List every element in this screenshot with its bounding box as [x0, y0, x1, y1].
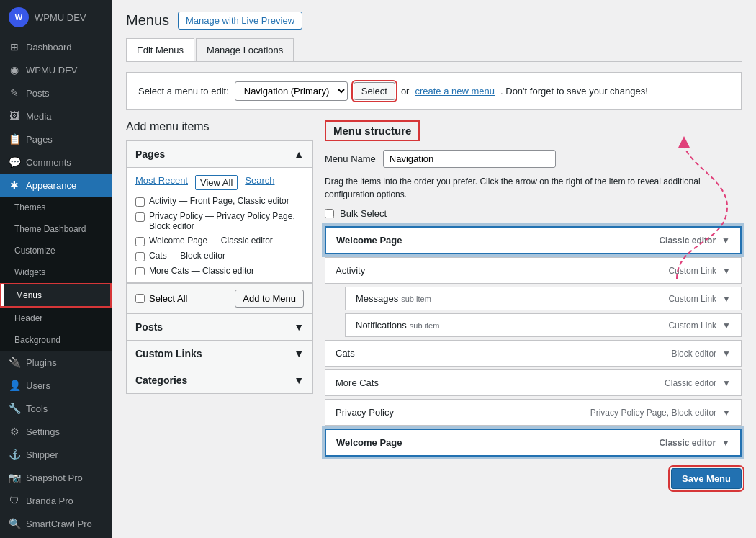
sidebar-item-smartcrawl-pro[interactable]: 🔍 SmartCrawl Pro [0, 512, 112, 535]
messages-type: Custom Link [668, 294, 716, 304]
wpmu-logo-icon: W [9, 7, 29, 27]
welcome-page-bottom-right: Classic editor ▼ [659, 438, 730, 448]
menu-structure-label: Menu structure [325, 120, 420, 141]
select-all-label[interactable]: Select All [135, 293, 187, 304]
menu-item-privacy-policy[interactable]: Privacy Policy Privacy Policy Page, Bloc… [325, 399, 742, 426]
sidebar-item-dashboard[interactable]: ⊞ Dashboard [0, 35, 112, 58]
tab-manage-locations[interactable]: Manage Locations [196, 38, 294, 61]
menu-item-notifications[interactable]: Notifications sub item Custom Link ▼ [345, 313, 742, 337]
right-panel: Menu structure Menu Name Drag the items … [325, 120, 742, 489]
page-checkbox-3[interactable] [135, 237, 145, 246]
pages-accordion-header[interactable]: Pages ▲ [127, 141, 312, 168]
menu-item-messages[interactable]: Messages sub item Custom Link ▼ [345, 287, 742, 310]
add-to-menu-button[interactable]: Add to Menu [235, 290, 304, 308]
notifications-arrow[interactable]: ▼ [722, 320, 731, 331]
activity-arrow[interactable]: ▼ [722, 266, 731, 276]
menu-item-welcome-page-top[interactable]: Welcome Page Classic editor ▼ [325, 226, 742, 254]
menu-item-cats[interactable]: Cats Block editor ▼ [325, 340, 742, 367]
theme-dashboard-label: Theme Dashboard [14, 224, 86, 234]
manage-preview-button[interactable]: Manage with Live Preview [178, 12, 302, 30]
menu-item-more-cats[interactable]: More Cats Classic editor ▼ [325, 369, 742, 396]
menu-name-row: Menu Name [325, 150, 742, 168]
sidebar-item-themes[interactable]: Themes [0, 197, 112, 218]
menu-dropdown[interactable]: Navigation (Primary) [235, 81, 348, 101]
sidebar-item-shipper[interactable]: ⚓ Shipper [0, 443, 112, 466]
sidebar-item-appearance[interactable]: ✱ Appearance [0, 174, 112, 197]
messages-arrow[interactable]: ▼ [722, 294, 731, 304]
sidebar-item-forminator-pro[interactable]: 📝 Forminator Pro [0, 535, 112, 538]
welcome-page-top-label: Welcome Page [336, 235, 402, 246]
page-checkbox-1[interactable] [135, 197, 145, 207]
welcome-page-bottom-arrow[interactable]: ▼ [721, 438, 730, 448]
categories-label: Categories [135, 375, 187, 386]
sidebar-logo-label: WPMU DEV [35, 12, 86, 23]
select-menu-bar: Select a menu to edit: Navigation (Prima… [126, 72, 742, 110]
cats-arrow[interactable]: ▼ [722, 349, 731, 359]
welcome-page-bottom-text: Welcome Page [336, 437, 402, 448]
menu-item-welcome-page-bottom[interactable]: Welcome Page Classic editor ▼ [325, 429, 742, 457]
sidebar-item-snapshot-pro[interactable]: 📷 Snapshot Pro [0, 466, 112, 489]
sidebar-item-branda-pro[interactable]: 🛡 Branda Pro [0, 489, 112, 512]
sidebar-item-wpmudev[interactable]: ◉ WPMU DEV [0, 58, 112, 81]
filter-view-all[interactable]: View All [195, 175, 238, 190]
sidebar-item-label: Shipper [26, 449, 58, 460]
create-menu-link[interactable]: create a new menu [415, 86, 495, 97]
bulk-select-checkbox[interactable] [325, 209, 334, 218]
messages-right: Custom Link ▼ [668, 294, 731, 304]
list-item: Cats — Block editor [135, 251, 304, 261]
posts-accordion-header[interactable]: Posts ▼ [127, 314, 312, 340]
activity-label: Activity [336, 265, 365, 276]
menu-item-activity[interactable]: Activity Custom Link ▼ [325, 257, 742, 284]
notifications-label: Notifications sub item [356, 320, 439, 331]
users-icon: 👤 [9, 380, 20, 391]
cats-type: Block editor [671, 349, 716, 359]
sidebar-item-settings[interactable]: ⚙ Settings [0, 420, 112, 443]
messages-text: Messages [356, 293, 398, 304]
filter-most-recent[interactable]: Most Recent [135, 175, 188, 190]
welcome-page-top-arrow[interactable]: ▼ [721, 236, 730, 246]
menu-name-input[interactable] [383, 150, 556, 168]
sidebar-item-label: Tools [26, 403, 48, 414]
sidebar-item-widgets[interactable]: Widgets [0, 261, 112, 283]
tab-edit-menus[interactable]: Edit Menus [126, 38, 194, 61]
list-item: Privacy Policy — Privacy Policy Page, Bl… [135, 211, 304, 231]
sidebar-item-menus[interactable]: Menus [0, 283, 112, 308]
sidebar-item-posts[interactable]: ✎ Posts [0, 81, 112, 104]
posts-accordion: Posts ▼ [126, 314, 313, 341]
sidebar-item-tools[interactable]: 🔧 Tools [0, 397, 112, 420]
more-cats-arrow[interactable]: ▼ [722, 378, 731, 388]
page-label-1: Activity — Front Page, Classic editor [149, 196, 289, 206]
privacy-policy-arrow[interactable]: ▼ [722, 408, 731, 418]
page-checkbox-2[interactable] [135, 212, 145, 222]
more-cats-label: More Cats [336, 377, 379, 388]
sidebar-logo[interactable]: W WPMU DEV [0, 0, 112, 35]
sidebar-item-label: WPMU DEV [26, 65, 78, 76]
pages-accordion-body: Most Recent View All Search Activity — F… [127, 168, 312, 283]
sidebar-item-plugins[interactable]: 🔌 Plugins [0, 351, 112, 374]
page-checkbox-5[interactable] [135, 267, 145, 275]
appearance-icon: ✱ [9, 179, 20, 191]
filter-search[interactable]: Search [245, 175, 274, 190]
sidebar-item-pages[interactable]: 📋 Pages [0, 127, 112, 151]
categories-accordion-header[interactable]: Categories ▼ [127, 367, 312, 393]
save-menu-button[interactable]: Save Menu [671, 468, 742, 489]
page-title: Menus [126, 12, 169, 29]
sidebar-item-header[interactable]: Header [0, 308, 112, 329]
select-all-checkbox[interactable] [135, 294, 145, 303]
sidebar-item-customize[interactable]: Customize [0, 240, 112, 261]
select-button[interactable]: Select [354, 82, 395, 100]
sidebar-item-users[interactable]: 👤 Users [0, 374, 112, 397]
bulk-select-label: Bulk Select [340, 208, 387, 219]
page-checkbox-4[interactable] [135, 252, 145, 261]
sidebar-item-label: Pages [26, 134, 53, 145]
sidebar-item-theme-dashboard[interactable]: Theme Dashboard [0, 218, 112, 240]
main-content: Menus Manage with Live Preview Edit Menu… [112, 0, 756, 538]
custom-links-accordion-header[interactable]: Custom Links ▼ [127, 341, 312, 367]
sidebar-item-comments[interactable]: 💬 Comments [0, 151, 112, 174]
sidebar-item-label: SmartCrawl Pro [26, 519, 92, 529]
sidebar-item-background[interactable]: Background [0, 329, 112, 351]
more-cats-text: More Cats [336, 377, 379, 388]
background-label: Background [14, 335, 60, 345]
sidebar-item-media[interactable]: 🖼 Media [0, 104, 112, 127]
sidebar-item-label: Plugins [26, 357, 57, 368]
